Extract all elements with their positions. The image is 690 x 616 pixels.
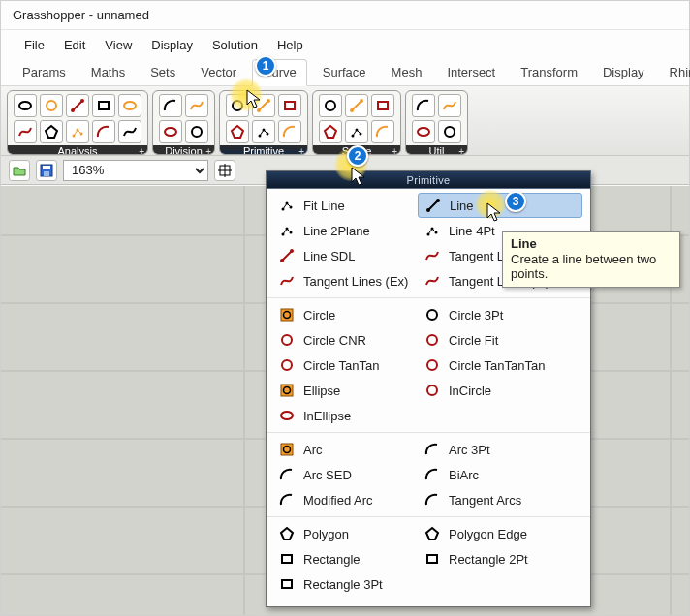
flyout-item-rectangle[interactable]: Rectangle bbox=[272, 546, 418, 571]
svg-point-16 bbox=[257, 108, 261, 112]
menu-file[interactable]: File bbox=[16, 34, 52, 56]
menu-edit[interactable]: Edit bbox=[56, 34, 93, 56]
ribbon-tool-button[interactable] bbox=[252, 94, 275, 117]
tooltip: Line Create a line between two points. bbox=[502, 231, 680, 288]
open-file-button[interactable] bbox=[9, 160, 30, 181]
flyout-item-tangent-lines-ex-[interactable]: Tangent Lines (Ex) bbox=[272, 268, 418, 293]
flyout-item-label: Tangent Lines (Ex) bbox=[303, 274, 408, 289]
flyout-item-label: Arc SED bbox=[303, 468, 352, 482]
tab-transform[interactable]: Transform bbox=[511, 60, 587, 85]
tab-vector[interactable]: Vector bbox=[191, 60, 246, 85]
flyout-item-rectangle-2pt[interactable]: Rectangle 2Pt bbox=[418, 546, 582, 571]
ribbon-tool-button[interactable] bbox=[438, 94, 461, 117]
flyout-item-circle-3pt[interactable]: Circle 3Pt bbox=[418, 302, 582, 327]
flyout-item-label: Circle TanTanTan bbox=[449, 358, 545, 373]
ribbon-group-label[interactable]: Util bbox=[406, 145, 467, 155]
ribbon-group-util: Util bbox=[405, 90, 468, 155]
ribbon-tool-button[interactable] bbox=[226, 120, 249, 143]
tab-sets[interactable]: Sets bbox=[141, 60, 185, 85]
flyout-item-label: Circle 3Pt bbox=[449, 308, 503, 323]
ribbon-tool-button[interactable] bbox=[371, 120, 394, 143]
rect-icon bbox=[423, 550, 441, 568]
ribbon-tool-button[interactable] bbox=[278, 94, 301, 117]
flyout-item-ellipse[interactable]: Ellipse bbox=[272, 378, 418, 403]
ribbon-tool-button[interactable] bbox=[345, 120, 368, 143]
tab-maths[interactable]: Maths bbox=[81, 60, 135, 85]
tab-surface[interactable]: Surface bbox=[313, 60, 376, 85]
ribbon-tool-button[interactable] bbox=[14, 94, 37, 117]
flyout-item-inellipse[interactable]: InEllipse bbox=[272, 403, 418, 428]
ribbon-tool-button[interactable] bbox=[371, 94, 394, 117]
ribbon-tool-button[interactable] bbox=[185, 120, 208, 143]
svg-line-48 bbox=[428, 200, 438, 210]
ribbon: AnalysisDivisionPrimitiveSplineUtil bbox=[1, 86, 689, 156]
flyout-item-label: Line bbox=[450, 199, 474, 213]
dots-icon bbox=[278, 197, 296, 214]
flyout-item-biarc[interactable]: BiArc bbox=[418, 462, 582, 487]
ribbon-tool-button[interactable] bbox=[14, 120, 37, 143]
svg-rect-69 bbox=[282, 580, 292, 588]
ribbon-tool-button[interactable] bbox=[159, 94, 182, 117]
tab-mesh[interactable]: Mesh bbox=[382, 60, 432, 85]
ribbon-group-label[interactable]: Primitive bbox=[220, 145, 307, 155]
ribbon-tool-button[interactable] bbox=[226, 94, 249, 117]
flyout-item-line[interactable]: Line bbox=[418, 193, 582, 218]
tab-intersect[interactable]: Intersect bbox=[437, 60, 505, 85]
tab-params[interactable]: Params bbox=[13, 60, 76, 85]
flyout-item-polygon[interactable]: Polygon bbox=[272, 521, 418, 546]
ribbon-tool-button[interactable] bbox=[278, 120, 301, 143]
ribbon-tool-button[interactable] bbox=[92, 94, 115, 117]
flyout-item-polygon-edge[interactable]: Polygon Edge bbox=[418, 521, 582, 546]
flyout-item-fit-line[interactable]: Fit Line bbox=[272, 193, 418, 218]
flyout-item-circle[interactable]: Circle bbox=[272, 302, 418, 327]
zoom-select[interactable]: 163% bbox=[63, 160, 208, 181]
flyout-item-label: Line 2Plane bbox=[303, 224, 370, 238]
ribbon-group-division: Division bbox=[152, 90, 215, 155]
flyout-item-circle-cnr[interactable]: Circle CNR bbox=[272, 327, 418, 353]
ribbon-group-label[interactable]: Division bbox=[153, 145, 214, 155]
flyout-item-label: Arc bbox=[303, 443, 323, 457]
flyout-item-line-2plane[interactable]: Line 2Plane bbox=[272, 218, 418, 243]
flyout-item-arc-3pt[interactable]: Arc 3Pt bbox=[418, 437, 582, 462]
flyout-item-tangent-arcs[interactable]: Tangent Arcs bbox=[418, 487, 582, 512]
flyout-item-circle-tantan[interactable]: Circle TanTan bbox=[272, 353, 418, 378]
flyout-item-incircle[interactable]: InCircle bbox=[418, 378, 582, 403]
menu-help[interactable]: Help bbox=[269, 34, 311, 56]
flyout-item-arc-sed[interactable]: Arc SED bbox=[272, 462, 418, 487]
svg-point-13 bbox=[233, 101, 242, 110]
ribbon-tool-button[interactable] bbox=[40, 120, 63, 143]
save-file-button[interactable] bbox=[36, 160, 57, 181]
flyout-item-circle-tantantan[interactable]: Circle TanTanTan bbox=[418, 353, 582, 378]
svg-point-63 bbox=[427, 360, 437, 370]
ribbon-tool-button[interactable] bbox=[118, 94, 141, 117]
ribbon-tool-button[interactable] bbox=[252, 120, 275, 143]
menu-view[interactable]: View bbox=[97, 34, 140, 56]
ribbon-tool-button[interactable] bbox=[40, 94, 63, 117]
ribbon-tool-button[interactable] bbox=[412, 94, 435, 117]
menu-display[interactable]: Display bbox=[143, 34, 201, 56]
ribbon-tool-button[interactable] bbox=[438, 120, 461, 143]
ribbon-tool-button[interactable] bbox=[412, 120, 435, 143]
ribbon-tool-button[interactable] bbox=[66, 120, 89, 143]
title-bar: Grasshopper - unnamed bbox=[1, 1, 689, 30]
ribbon-group-label[interactable]: Analysis bbox=[8, 145, 147, 155]
ribbon-tool-button[interactable] bbox=[319, 120, 342, 143]
zoom-extents-button[interactable] bbox=[214, 160, 235, 181]
svg-rect-34 bbox=[43, 166, 50, 169]
flyout-item-modified-arc[interactable]: Modified Arc bbox=[272, 487, 418, 512]
ribbon-tool-button[interactable] bbox=[118, 120, 141, 143]
menu-solution[interactable]: Solution bbox=[204, 34, 266, 56]
tab-rhino[interactable]: Rhino bbox=[660, 60, 690, 85]
ribbon-tool-button[interactable] bbox=[185, 94, 208, 117]
ribbon-tool-button[interactable] bbox=[319, 94, 342, 117]
ribbon-tool-button[interactable] bbox=[92, 120, 115, 143]
ribbon-tool-button[interactable] bbox=[345, 94, 368, 117]
ribbon-tool-button[interactable] bbox=[66, 94, 89, 117]
flyout-item-line-sdl[interactable]: Line SDL bbox=[272, 243, 418, 268]
tab-display[interactable]: Display bbox=[593, 60, 654, 85]
rect-icon bbox=[278, 550, 296, 568]
flyout-item-arc[interactable]: Arc bbox=[272, 437, 418, 462]
ribbon-tool-button[interactable] bbox=[159, 120, 182, 143]
flyout-item-circle-fit[interactable]: Circle Fit bbox=[418, 327, 582, 353]
flyout-item-rectangle-3pt[interactable]: Rectangle 3Pt bbox=[272, 571, 418, 597]
